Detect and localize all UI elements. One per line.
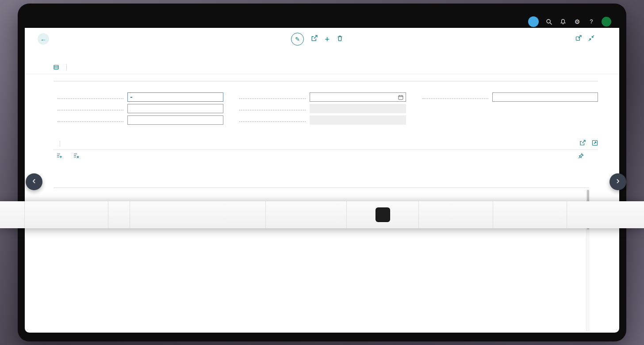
magnifier-status-cell (265, 201, 346, 228)
field-data-poczatkowa (235, 104, 406, 113)
opis-input[interactable] (492, 92, 598, 102)
nazwa-input[interactable] (127, 104, 223, 113)
dotted-leader (239, 121, 306, 122)
dotted-leader (239, 98, 306, 99)
table-rows-above-magnifier (54, 188, 589, 201)
app-window: ← ✎ + (25, 28, 619, 333)
kod-input[interactable] (127, 92, 223, 102)
create-lines-icon (54, 65, 59, 70)
field-kod (54, 92, 223, 102)
lines-action-bar (57, 153, 81, 158)
search-icon[interactable] (545, 18, 553, 26)
table-rows-below-magnifier (54, 228, 589, 332)
page-action-bar (54, 64, 72, 70)
new-record-plus-icon[interactable]: + (325, 35, 330, 43)
magnifier-dayoff-cell (346, 201, 418, 228)
delete-trash-icon[interactable] (337, 35, 343, 43)
new-line-icon (57, 153, 62, 158)
data-koncowa-input (310, 115, 406, 125)
dotted-leader (58, 110, 123, 111)
field-opis (418, 92, 598, 102)
user-avatar[interactable] (602, 17, 611, 27)
magnifier-spacer (108, 201, 130, 228)
chevron-left-icon: ‹ (32, 176, 35, 186)
chevron-right-icon: › (616, 176, 619, 186)
dotted-leader (239, 110, 306, 111)
general-section-title[interactable] (54, 78, 598, 81)
magnifier-spacer (0, 201, 24, 228)
field-data-koncowa (235, 115, 406, 125)
share-icon[interactable] (579, 140, 586, 148)
field-czas-trwania (54, 115, 223, 125)
field-nazwa (54, 104, 223, 113)
chrome-icon-cluster: ⚙ ? (528, 16, 611, 27)
table-header-row (54, 163, 589, 188)
magnified-row-overlay (0, 201, 644, 228)
help-icon[interactable]: ? (587, 18, 595, 26)
lines-section-header (54, 139, 598, 150)
dotted-leader (422, 98, 488, 99)
edit-pencil-icon[interactable]: ✎ (291, 33, 304, 46)
dotted-leader (58, 98, 123, 99)
screenshot-stage: ⚙ ? ← ✎ + (0, 0, 644, 345)
divider (60, 141, 60, 147)
kod-value-selected (130, 97, 132, 98)
popout-icon[interactable] (575, 35, 582, 43)
top-chrome-bar: ⚙ ? (18, 4, 626, 28)
delete-line-button[interactable] (73, 153, 81, 158)
divider (66, 64, 67, 70)
window-controls (575, 35, 594, 43)
divider (25, 74, 619, 74)
field-data-rozpoczecia (235, 92, 406, 102)
czas-input[interactable] (127, 115, 223, 125)
create-lines-button[interactable] (54, 65, 61, 70)
magnifier-hours-cell (567, 201, 644, 228)
settings-gear-icon[interactable]: ⚙ (573, 18, 581, 26)
magnifier-date-cell (24, 201, 108, 228)
magnifier-description-cell (130, 201, 265, 228)
notifications-bell-icon[interactable] (559, 18, 567, 26)
dayoff-checkbox[interactable] (376, 208, 390, 222)
carousel-prev-button[interactable]: ‹ (26, 173, 42, 190)
calendar-icon[interactable] (398, 95, 403, 101)
magnifier-empty-cell (493, 201, 567, 228)
carousel-next-button[interactable]: › (610, 173, 626, 190)
record-toolbar: ✎ + (291, 33, 343, 46)
data-poczatkowa-input (310, 104, 406, 113)
back-arrow-icon: ← (40, 35, 46, 42)
share-icon[interactable] (311, 35, 318, 43)
back-button[interactable]: ← (38, 33, 49, 45)
new-line-button[interactable] (57, 153, 65, 158)
delete-line-icon (73, 153, 79, 158)
magnifier-empty-cell (418, 201, 493, 228)
dotted-leader (58, 121, 123, 122)
data-rozpoczecia-input[interactable] (310, 92, 406, 102)
environment-badge[interactable] (528, 16, 539, 27)
collapse-icon[interactable] (588, 35, 594, 43)
open-in-new-icon[interactable] (592, 140, 598, 148)
pin-icon[interactable] (578, 153, 584, 161)
